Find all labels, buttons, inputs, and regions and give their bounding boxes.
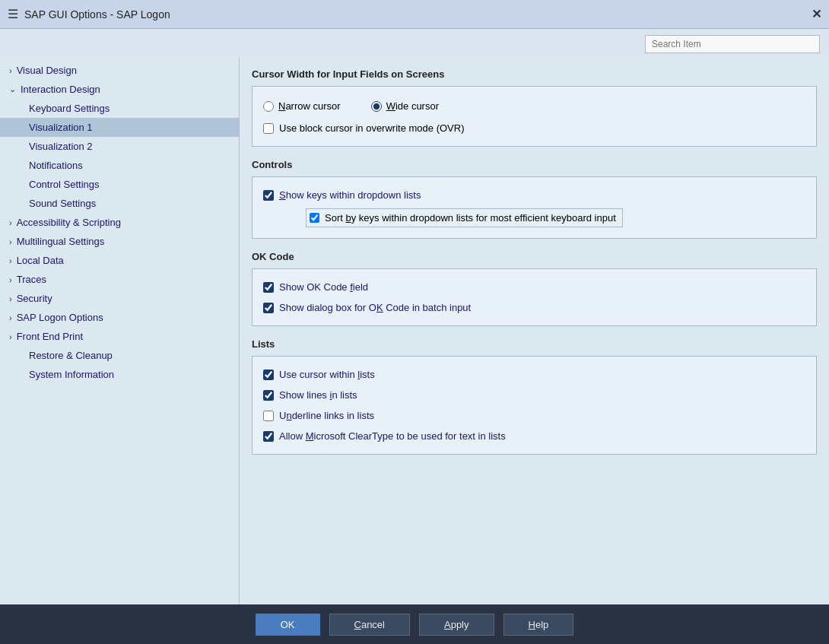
sidebar-item-front-end-print[interactable]: › Front End Print bbox=[0, 327, 239, 346]
sidebar-item-system-information[interactable]: System Information bbox=[0, 365, 239, 384]
sidebar-item-visualization-1[interactable]: Visualization 1 bbox=[0, 118, 239, 137]
show-field-row: Show OK Code field bbox=[263, 277, 805, 297]
sidebar-item-keyboard-settings[interactable]: Keyboard Settings bbox=[0, 99, 239, 118]
ok-button[interactable]: OK bbox=[256, 614, 320, 636]
wide-cursor-radio[interactable]: Wide cursor bbox=[371, 100, 439, 112]
cleartype-row: Allow Microsoft ClearType to be used for… bbox=[263, 426, 805, 446]
sidebar-item-visualization-2[interactable]: Visualization 2 bbox=[0, 137, 239, 156]
window-title: SAP GUI Options - SAP Logon bbox=[24, 8, 170, 21]
lists-section-title: Lists bbox=[252, 338, 817, 350]
use-cursor-checkbox[interactable] bbox=[263, 370, 274, 380]
sidebar-label: Front End Print bbox=[17, 331, 83, 342]
sidebar-label: Local Data bbox=[17, 255, 64, 266]
underline-links-checkbox[interactable] bbox=[263, 411, 274, 421]
sidebar-item-restore-cleanup[interactable]: Restore & Cleanup bbox=[0, 346, 239, 365]
controls-section-title: Controls bbox=[252, 159, 817, 170]
sidebar-label: Sound Settings bbox=[29, 198, 96, 209]
expand-arrow: › bbox=[9, 66, 12, 75]
sidebar-label: Traces bbox=[17, 274, 46, 285]
cancel-button[interactable]: Cancel bbox=[329, 614, 410, 636]
sidebar-item-visual-design[interactable]: › Visual Design bbox=[0, 61, 239, 80]
expand-arrow: › bbox=[9, 332, 12, 341]
cursor-section: Cursor Width for Input Fields on Screens… bbox=[252, 68, 817, 147]
controls-section: Controls Show keys within dropdown lists… bbox=[252, 159, 817, 239]
underline-links-label: Underline links in lists bbox=[279, 410, 374, 421]
block-cursor-checkbox[interactable] bbox=[263, 123, 274, 134]
sidebar-label: System Information bbox=[29, 369, 114, 380]
show-lines-checkbox[interactable] bbox=[263, 390, 274, 401]
sort-keys-label: Sort by keys within dropdown lists for m… bbox=[325, 212, 616, 224]
sidebar-label: Notifications bbox=[29, 160, 83, 171]
block-cursor-label: Use block cursor in overwrite mode (OVR) bbox=[279, 122, 464, 134]
expand-arrow: › bbox=[9, 218, 12, 227]
sidebar-label: Accessibility & Scripting bbox=[17, 217, 121, 228]
narrow-cursor-input[interactable] bbox=[263, 101, 274, 112]
sidebar-item-local-data[interactable]: › Local Data bbox=[0, 251, 239, 270]
main-content: › Visual Design ⌄ Interaction Design Key… bbox=[0, 58, 829, 604]
sidebar-label: Interaction Design bbox=[21, 84, 100, 95]
lists-section: Lists Use cursor within lists Show lines… bbox=[252, 338, 817, 455]
block-cursor-row: Use block cursor in overwrite mode (OVR) bbox=[263, 118, 805, 138]
cursor-radio-group: Narrow cursor Wide cursor bbox=[263, 94, 805, 118]
sort-keys-box: Sort by keys within dropdown lists for m… bbox=[306, 208, 623, 227]
sidebar-item-sound-settings[interactable]: Sound Settings bbox=[0, 194, 239, 213]
use-cursor-row: Use cursor within lists bbox=[263, 364, 805, 385]
sidebar-item-security[interactable]: › Security bbox=[0, 289, 239, 308]
okcode-section: OK Code Show OK Code field Show dialog b… bbox=[252, 251, 817, 326]
show-dialog-checkbox[interactable] bbox=[263, 303, 274, 313]
sidebar-label: Keyboard Settings bbox=[29, 103, 110, 114]
help-button[interactable]: Help bbox=[503, 614, 574, 636]
sort-keys-checkbox[interactable] bbox=[310, 213, 319, 223]
sidebar-label: Restore & Cleanup bbox=[29, 350, 113, 361]
cursor-section-box: Narrow cursor Wide cursor Use block curs… bbox=[252, 86, 817, 147]
sidebar-label: Multilingual Settings bbox=[17, 236, 105, 247]
content-area: Cursor Width for Input Fields on Screens… bbox=[240, 58, 829, 604]
collapse-arrow: ⌄ bbox=[9, 84, 16, 94]
expand-arrow: › bbox=[9, 237, 12, 246]
cleartype-label: Allow Microsoft ClearType to be used for… bbox=[279, 430, 506, 442]
apply-button[interactable]: Apply bbox=[419, 614, 494, 636]
sidebar-item-interaction-design[interactable]: ⌄ Interaction Design bbox=[0, 80, 239, 99]
sidebar-item-sap-logon-options[interactable]: › SAP Logon Options bbox=[0, 308, 239, 327]
okcode-section-box: Show OK Code field Show dialog box for O… bbox=[252, 268, 817, 326]
show-dialog-label: Show dialog box for OK Code in batch inp… bbox=[279, 302, 471, 313]
sidebar-label: Visualization 2 bbox=[29, 141, 93, 152]
sidebar-item-accessibility-scripting[interactable]: › Accessibility & Scripting bbox=[0, 213, 239, 232]
sidebar-item-notifications[interactable]: Notifications bbox=[0, 156, 239, 175]
lists-section-box: Use cursor within lists Show lines in li… bbox=[252, 356, 817, 455]
search-input[interactable] bbox=[645, 35, 820, 53]
show-lines-row: Show lines in lists bbox=[263, 385, 805, 405]
sidebar-label: Visual Design bbox=[17, 65, 77, 76]
show-keys-label: Show keys within dropdown lists bbox=[279, 189, 421, 201]
sidebar-label: Visualization 1 bbox=[29, 122, 93, 133]
hamburger-icon[interactable]: ☰ bbox=[8, 7, 18, 21]
expand-arrow: › bbox=[9, 275, 12, 284]
sidebar-item-control-settings[interactable]: Control Settings bbox=[0, 175, 239, 194]
sidebar-label: Security bbox=[17, 293, 52, 304]
sidebar-item-traces[interactable]: › Traces bbox=[0, 270, 239, 289]
expand-arrow: › bbox=[9, 313, 12, 322]
show-field-checkbox[interactable] bbox=[263, 282, 274, 293]
underline-links-row: Underline links in lists bbox=[263, 405, 805, 426]
wide-cursor-label: Wide cursor bbox=[386, 100, 439, 112]
close-icon[interactable]: ✕ bbox=[812, 7, 821, 21]
narrow-cursor-label: Narrow cursor bbox=[278, 100, 341, 112]
sidebar-label: SAP Logon Options bbox=[17, 312, 103, 323]
wide-cursor-input[interactable] bbox=[371, 101, 382, 112]
cleartype-checkbox[interactable] bbox=[263, 431, 274, 442]
footer-bar: OK Cancel Apply Help bbox=[0, 604, 829, 644]
expand-arrow: › bbox=[9, 294, 12, 303]
show-keys-row: Show keys within dropdown lists bbox=[263, 185, 805, 205]
title-bar-left: ☰ SAP GUI Options - SAP Logon bbox=[8, 7, 170, 21]
sidebar-item-multilingual-settings[interactable]: › Multilingual Settings bbox=[0, 232, 239, 251]
show-dialog-row: Show dialog box for OK Code in batch inp… bbox=[263, 297, 805, 318]
cursor-section-title: Cursor Width for Input Fields on Screens bbox=[252, 68, 817, 80]
narrow-cursor-radio[interactable]: Narrow cursor bbox=[263, 100, 341, 112]
controls-section-box: Show keys within dropdown lists Sort by … bbox=[252, 176, 817, 239]
use-cursor-label: Use cursor within lists bbox=[279, 369, 375, 380]
search-bar bbox=[0, 29, 829, 58]
okcode-section-title: OK Code bbox=[252, 251, 817, 262]
show-field-label: Show OK Code field bbox=[279, 281, 368, 293]
expand-arrow: › bbox=[9, 256, 12, 265]
show-keys-checkbox[interactable] bbox=[263, 190, 274, 201]
